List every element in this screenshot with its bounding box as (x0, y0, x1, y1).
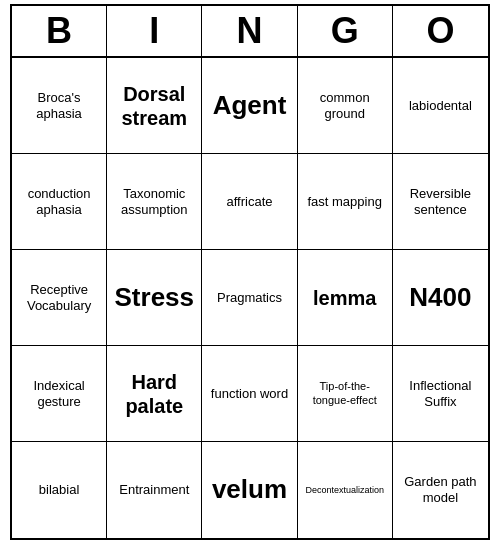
bingo-cell-6: Taxonomic assumption (107, 154, 202, 250)
bingo-cell-17: function word (202, 346, 297, 442)
bingo-cell-16: Hard palate (107, 346, 202, 442)
header-letter-N: N (202, 6, 297, 56)
bingo-card: BINGO Broca's aphasiaDorsal streamAgentc… (10, 4, 490, 540)
bingo-cell-3: common ground (298, 58, 393, 154)
bingo-cell-23: Decontextualization (298, 442, 393, 538)
bingo-cell-5: conduction aphasia (12, 154, 107, 250)
bingo-cell-0: Broca's aphasia (12, 58, 107, 154)
bingo-cell-24: Garden path model (393, 442, 488, 538)
header-letter-G: G (298, 6, 393, 56)
bingo-header: BINGO (12, 6, 488, 58)
bingo-cell-20: bilabial (12, 442, 107, 538)
bingo-cell-14: N400 (393, 250, 488, 346)
bingo-cell-13: lemma (298, 250, 393, 346)
bingo-cell-7: affricate (202, 154, 297, 250)
bingo-cell-8: fast mapping (298, 154, 393, 250)
bingo-cell-22: velum (202, 442, 297, 538)
header-letter-O: O (393, 6, 488, 56)
bingo-cell-19: Inflectional Suffix (393, 346, 488, 442)
bingo-cell-10: Receptive Vocabulary (12, 250, 107, 346)
bingo-cell-12: Pragmatics (202, 250, 297, 346)
bingo-cell-1: Dorsal stream (107, 58, 202, 154)
bingo-cell-2: Agent (202, 58, 297, 154)
bingo-cell-11: Stress (107, 250, 202, 346)
header-letter-B: B (12, 6, 107, 56)
bingo-cell-9: Reversible sentence (393, 154, 488, 250)
bingo-cell-21: Entrainment (107, 442, 202, 538)
bingo-cell-18: Tip-of-the-tongue-effect (298, 346, 393, 442)
bingo-cell-15: Indexical gesture (12, 346, 107, 442)
bingo-cell-4: labiodental (393, 58, 488, 154)
header-letter-I: I (107, 6, 202, 56)
bingo-grid: Broca's aphasiaDorsal streamAgentcommon … (12, 58, 488, 538)
